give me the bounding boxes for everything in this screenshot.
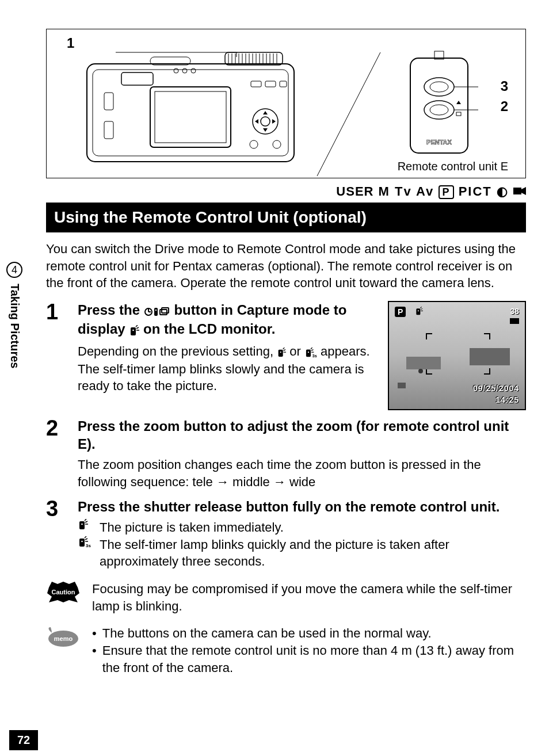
figure-label-1: 1: [67, 35, 74, 51]
step-1-text: Depending on the previous setting, or 3s…: [78, 343, 376, 395]
svg-point-41: [424, 101, 454, 119]
remote-icon: [78, 519, 94, 534]
svg-rect-14: [225, 52, 283, 65]
svg-point-40: [430, 82, 448, 92]
svg-rect-46: [513, 188, 521, 194]
remote-3s-icon: 3s: [78, 536, 94, 551]
svg-rect-13: [104, 121, 113, 139]
step-2-title: Press the zoom button to adjust the zoom…: [78, 417, 526, 453]
step-3-result-1: The picture is taken immediately.: [78, 519, 526, 536]
svg-rect-52: [160, 310, 167, 315]
memo-text: •The buttons on the camera can be used i…: [92, 625, 526, 676]
svg-rect-2: [150, 87, 231, 147]
mode-user: USER: [336, 184, 373, 198]
svg-point-68: [81, 524, 83, 525]
svg-rect-7: [251, 81, 261, 87]
mode-p-icon: P: [439, 185, 453, 199]
remote-icon: [277, 343, 286, 361]
mode-night-icon: ◐: [497, 184, 509, 198]
svg-rect-4: [121, 72, 153, 85]
caution-note: Caution Focusing may be compromised if y…: [46, 581, 526, 614]
mode-movie-icon: [513, 184, 526, 198]
caution-icon: Caution: [46, 581, 81, 606]
remote-caption: Remote control unit E: [398, 160, 508, 173]
camera-illustration: [81, 47, 300, 167]
memo-label: memo: [54, 635, 73, 642]
section-title: Using the Remote Control Unit (optional): [46, 203, 526, 232]
svg-text:3s: 3s: [312, 353, 317, 358]
step-3: 3 Press the shutter release button fully…: [46, 498, 526, 570]
lcd-time: 14:25: [495, 395, 519, 404]
svg-rect-45: [456, 112, 461, 116]
svg-rect-65: [398, 383, 406, 388]
page-number: 72: [9, 730, 38, 750]
drive-mode-button-icon: [144, 302, 170, 320]
step-3-result-2: 3s The self-timer lamp blinks quickly an…: [78, 536, 526, 570]
remote-illustration: PENTAX: [399, 47, 479, 162]
mode-av: Av: [416, 184, 434, 198]
step-number: 1: [46, 301, 78, 410]
svg-point-57: [280, 352, 281, 353]
mode-pict: PICT: [459, 184, 492, 198]
step-2: 2 Press the zoom button to adjust the zo…: [46, 417, 526, 491]
figure-label-2: 2: [501, 98, 508, 114]
mode-m: M: [379, 184, 390, 198]
svg-rect-54: [131, 327, 136, 335]
svg-point-6: [261, 117, 270, 126]
mode-icons-row: USER M Tv Av P PICT ◐: [46, 184, 526, 199]
step-3-title: Press the shutter release button fully o…: [78, 498, 526, 516]
mode-tv: Tv: [395, 184, 412, 198]
svg-point-70: [81, 540, 83, 542]
svg-point-39: [424, 78, 454, 96]
svg-rect-12: [104, 93, 113, 110]
svg-rect-50: [154, 308, 158, 316]
memo-icon: memo: [46, 625, 81, 651]
remote-brand-text: PENTAX: [426, 139, 452, 146]
step-number: 3: [46, 498, 78, 570]
caution-label: Caution: [52, 589, 75, 595]
remote-3s-icon: 3s: [304, 343, 317, 361]
figure-diagram: 1 3 2: [46, 29, 526, 178]
lcd-preview: P 38: [388, 301, 526, 410]
svg-rect-9: [280, 81, 287, 87]
figure-connector: [311, 47, 386, 179]
svg-rect-56: [279, 350, 283, 357]
figure-label-3: 3: [501, 78, 508, 94]
svg-point-10: [250, 140, 258, 148]
svg-point-51: [155, 310, 157, 311]
caution-text: Focusing may be compromised if you move …: [92, 581, 526, 614]
svg-text:3s: 3s: [86, 543, 91, 548]
svg-point-59: [308, 352, 309, 353]
svg-line-36: [317, 52, 380, 176]
svg-point-11: [273, 140, 281, 148]
svg-point-31: [174, 68, 178, 73]
memo-note: memo •The buttons on the camera can be u…: [46, 625, 526, 676]
svg-rect-58: [306, 350, 311, 357]
remote-icon: [129, 321, 139, 339]
svg-point-66: [418, 369, 423, 373]
svg-rect-67: [79, 521, 85, 529]
step-number: 2: [46, 417, 78, 491]
svg-rect-3: [155, 91, 226, 143]
step-1-title: Press the b: [78, 301, 376, 339]
step-1: 1 Press the: [46, 301, 526, 410]
svg-rect-63: [470, 348, 510, 365]
step-2-text: The zoom position changes each time the …: [78, 456, 526, 490]
lcd-date: 09/25/2004: [473, 384, 519, 393]
svg-rect-69: [79, 539, 85, 547]
svg-point-42: [430, 105, 448, 115]
intro-paragraph: You can switch the Drive mode to Remote …: [46, 240, 526, 292]
svg-rect-64: [406, 357, 441, 369]
svg-point-55: [133, 330, 135, 331]
svg-rect-53: [162, 308, 169, 313]
svg-point-33: [191, 68, 196, 73]
svg-point-32: [182, 68, 187, 73]
svg-rect-8: [265, 81, 276, 87]
